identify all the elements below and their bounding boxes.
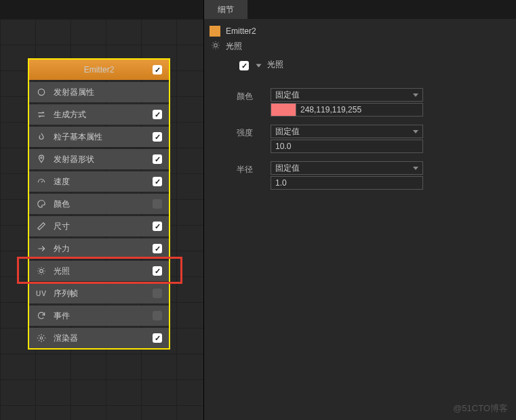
property-row-2: 半径固定值1.0 [219,161,511,195]
tab-details[interactable]: 细节 [204,0,248,19]
property-label: 颜色 [219,88,271,102]
module-checkbox[interactable] [153,311,162,320]
refresh-icon [36,310,47,321]
svg-point-1 [41,157,42,159]
module-checkbox[interactable] [153,110,162,119]
module-row-11[interactable]: 渲染器 [29,328,169,348]
circle-icon [36,87,47,98]
module-label: 生成方式 [54,109,86,121]
emitter-title: Emitter2 [84,65,115,75]
property-row-1: 强度固定值10.0 [219,125,511,159]
details-panel: 细节 Emitter2 光照 光照 颜色固定值248,119,119,255强度… [203,0,516,420]
value-input[interactable]: 1.0 [271,176,423,190]
ruler-icon [36,221,47,232]
svg-point-4 [214,44,218,47]
palette-icon [36,198,47,209]
module-checkbox[interactable] [153,199,162,209]
module-row-3[interactable]: 发射器形状 [29,149,169,169]
svg-point-2 [40,270,43,273]
module-checkbox[interactable] [153,222,162,231]
module-checkbox[interactable] [153,289,162,298]
module-row-10[interactable]: 事件 [29,306,169,326]
gear-icon [36,333,47,343]
mode-dropdown[interactable]: 固定值 [271,125,423,138]
module-row-0[interactable]: 发射器属性 [29,82,169,102]
module-row-5[interactable]: 颜色 [29,194,169,214]
color-value[interactable]: 248,119,119,255 [296,103,423,117]
section-enable-checkbox[interactable] [239,61,249,70]
module-row-6[interactable]: 尺寸 [29,216,169,236]
module-checkbox[interactable] [153,132,162,142]
module-label: 外力 [54,243,70,255]
swap-icon [36,109,47,120]
property-label: 强度 [219,125,271,139]
module-label: 颜色 [54,198,70,210]
svg-point-3 [40,337,43,339]
module-row-9[interactable]: UV序列帧 [29,283,169,303]
expand-icon[interactable] [256,64,262,68]
watermark: @51CTO博客 [453,402,508,415]
gauge-icon [36,176,47,187]
value-input[interactable]: 10.0 [271,140,423,153]
module-row-2[interactable]: 粒子基本属性 [29,127,169,147]
module-checkbox[interactable] [153,154,162,164]
module-label: 光照 [54,266,70,277]
emitter-enable-checkbox[interactable] [153,65,162,75]
sun-icon [36,266,47,276]
module-label: 事件 [54,310,70,322]
module-checkbox[interactable] [153,333,162,343]
module-label: 粒子基本属性 [54,131,102,143]
emitter-module-panel: Emitter2 发射器属性生成方式粒子基本属性发射器形状速度颜色尺寸外力光照U… [28,58,170,350]
sun-icon [211,41,220,52]
module-checkbox[interactable] [153,266,162,276]
module-row-8[interactable]: 光照 [29,261,169,281]
module-checkbox[interactable] [153,244,162,253]
module-label: 发射器属性 [54,87,94,98]
property-row-0: 颜色固定值248,119,119,255 [219,88,511,122]
module-checkbox[interactable] [153,177,162,186]
mode-dropdown[interactable]: 固定值 [271,161,423,175]
section-title: 光照 [267,59,283,70]
arrows-icon [36,243,47,254]
property-label: 半径 [219,161,271,175]
module-label: 尺寸 [54,221,70,232]
svg-point-0 [38,89,44,95]
mode-dropdown[interactable]: 固定值 [271,88,423,102]
module-row-7[interactable]: 外力 [29,238,169,259]
flame-icon [36,131,47,142]
module-label: 发射器形状 [54,154,94,165]
detail-title: Emitter2 [226,26,256,36]
emitter-header[interactable]: Emitter2 [29,60,169,80]
detail-subtitle: 光照 [226,41,242,52]
module-label: 序列帧 [54,288,78,299]
tab-bar: 细节 [204,0,516,19]
pin-icon [36,154,47,165]
module-row-4[interactable]: 速度 [29,171,169,192]
uv-icon: UV [36,288,47,299]
color-swatch[interactable] [271,103,296,117]
module-row-1[interactable]: 生成方式 [29,104,169,125]
module-label: 渲染器 [54,333,78,344]
emitter-color-swatch [210,26,220,37]
module-label: 速度 [54,176,70,188]
